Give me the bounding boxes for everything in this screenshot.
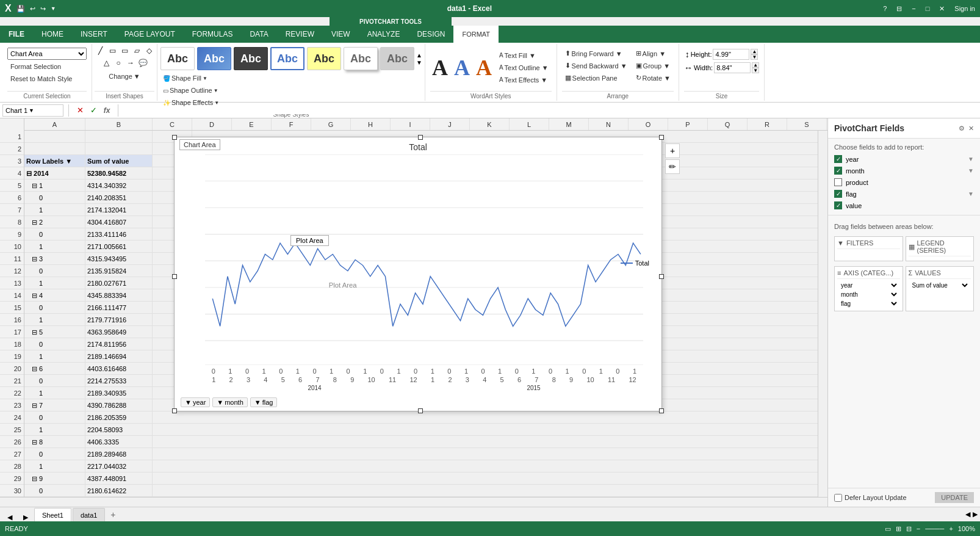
cell-B30[interactable]: 2180.614622	[85, 485, 153, 496]
abc-style-4[interactable]: Abc	[270, 47, 304, 70]
cell-B20[interactable]: 4403.616468	[85, 363, 153, 374]
axis-month-select[interactable]: month	[838, 291, 899, 299]
rownum-18[interactable]: 18	[0, 338, 24, 350]
cell-B27[interactable]: 2189.289468	[85, 448, 153, 460]
abc-style-1[interactable]: Abc	[160, 47, 195, 70]
abc-style-6[interactable]: Abc	[344, 47, 378, 70]
col-I[interactable]: I	[391, 118, 430, 130]
rownum-17[interactable]: 17	[0, 326, 24, 338]
cell-B9[interactable]: 2133.411146	[85, 228, 153, 240]
cell-B10[interactable]: 2171.005661	[85, 241, 153, 252]
cell-B25[interactable]: 2204.58093	[85, 424, 153, 435]
tab-data[interactable]: DATA	[241, 26, 276, 43]
rownum-1[interactable]: 1	[0, 131, 24, 143]
cell-B12[interactable]: 2135.915824	[85, 265, 153, 277]
axis-flag-select[interactable]: flag	[838, 300, 899, 308]
sheet-tab-data1[interactable]: data1	[73, 508, 106, 521]
cell-A15[interactable]: 0	[24, 302, 85, 313]
next-sheet-button[interactable]: ▶	[18, 513, 33, 521]
text-fill-button[interactable]: A Text Fill ▼	[496, 50, 552, 61]
col-M[interactable]: M	[549, 118, 589, 130]
view-pagebreak-icon[interactable]: ⊟	[906, 525, 912, 533]
rownum-3[interactable]: 3	[0, 155, 24, 167]
undo-icon[interactable]: ↩	[30, 5, 35, 13]
cell-B3[interactable]: Sum of value	[85, 155, 153, 167]
cell-A26[interactable]: ⊟ 8	[24, 436, 85, 447]
cell-A8[interactable]: ⊟ 2	[24, 216, 85, 228]
rownum-16[interactable]: 16	[0, 314, 24, 326]
field-checkbox-value[interactable]: ✓	[834, 201, 842, 209]
confirm-formula-button[interactable]: ✓	[87, 104, 99, 117]
rownum-19[interactable]: 19	[0, 350, 24, 363]
cell-B15[interactable]: 2166.111477	[85, 302, 153, 313]
field-checkbox-year[interactable]: ✓	[834, 155, 842, 163]
shape-outline-button[interactable]: ▭ Shape Outline ▼	[160, 85, 422, 96]
values-select[interactable]: Sum of value	[910, 281, 970, 289]
abc-style-2[interactable]: Abc	[197, 47, 231, 70]
rect-shape-icon[interactable]: ▭	[107, 45, 118, 56]
cell-A28[interactable]: 1	[24, 460, 85, 472]
abc-style-7[interactable]: Abc	[380, 47, 414, 70]
scroll-right-button[interactable]: ▶	[973, 510, 978, 518]
align-button[interactable]: ⊞ Align ▼	[633, 48, 674, 59]
col-F[interactable]: F	[272, 118, 311, 130]
tab-pagelayout[interactable]: PAGE LAYOUT	[116, 26, 184, 43]
cell-A20[interactable]: ⊟ 6	[24, 363, 85, 374]
col-J[interactable]: J	[430, 118, 470, 130]
rownum-6[interactable]: 6	[0, 192, 24, 204]
insert-function-button[interactable]: fx	[101, 104, 113, 117]
col-P[interactable]: P	[668, 118, 708, 130]
cell-A13[interactable]: 1	[24, 277, 85, 289]
cell-A22[interactable]: 1	[24, 387, 85, 399]
cell-B2[interactable]	[85, 143, 153, 154]
rownum-12[interactable]: 12	[0, 265, 24, 277]
redo-icon[interactable]: ↪	[40, 5, 46, 13]
cell-A19[interactable]: 1	[24, 350, 85, 362]
formula-input[interactable]	[123, 107, 978, 114]
cell-A23[interactable]: ⊟ 7	[24, 399, 85, 411]
col-Q[interactable]: Q	[708, 118, 748, 130]
cell-A21[interactable]: 0	[24, 375, 85, 386]
cell-A12[interactable]: 0	[24, 265, 85, 277]
text-effects-button[interactable]: A Text Effects ▼	[496, 74, 552, 85]
add-chart-element-button[interactable]: +	[665, 143, 680, 158]
col-E[interactable]: E	[232, 118, 272, 130]
col-L[interactable]: L	[510, 118, 549, 130]
rownum-29[interactable]: 29	[0, 473, 24, 485]
field-checkbox-product[interactable]	[834, 178, 842, 186]
rownum-24[interactable]: 24	[0, 411, 24, 424]
rotate-button[interactable]: ↻ Rotate ▼	[633, 72, 674, 84]
cell-B1[interactable]	[85, 131, 153, 142]
triangle-shape-icon[interactable]: △	[101, 57, 112, 68]
rownum-27[interactable]: 27	[0, 448, 24, 460]
prev-sheet-button[interactable]: ◀	[2, 513, 17, 521]
cancel-formula-button[interactable]: ✕	[74, 104, 86, 117]
group-button[interactable]: ▣ Group ▼	[633, 60, 674, 71]
cell-A17[interactable]: ⊟ 5	[24, 326, 85, 338]
rownum-11[interactable]: 11	[0, 253, 24, 265]
cell-A2[interactable]	[24, 143, 85, 154]
axis-year-select[interactable]: year	[838, 281, 899, 289]
cell-B7[interactable]: 2174.132041	[85, 204, 153, 215]
rownum-25[interactable]: 25	[0, 424, 24, 436]
col-G[interactable]: G	[311, 118, 351, 130]
tab-formulas[interactable]: FORMULAS	[184, 26, 242, 43]
cell-B28[interactable]: 2217.044032	[85, 460, 153, 472]
tab-insert[interactable]: INSERT	[72, 26, 116, 43]
height-input[interactable]	[713, 49, 749, 60]
send-backward-button[interactable]: ⬇ Send Backward ▼	[562, 60, 630, 71]
rownum-20[interactable]: 20	[0, 363, 24, 375]
rownum-8[interactable]: 8	[0, 216, 24, 228]
current-selection-dropdown[interactable]: Chart Area	[7, 48, 87, 60]
cell-B18[interactable]: 2174.811956	[85, 338, 153, 350]
col-S[interactable]: S	[787, 118, 827, 130]
col-C[interactable]: C	[153, 118, 192, 130]
rect2-shape-icon[interactable]: ▭	[119, 45, 130, 56]
cell-B16[interactable]: 2179.771916	[85, 314, 153, 325]
rownum-7[interactable]: 7	[0, 204, 24, 216]
cell-B14[interactable]: 4345.883394	[85, 289, 153, 301]
cell-A10[interactable]: 1	[24, 241, 85, 252]
field-filter-month[interactable]: ▼	[968, 167, 974, 174]
styles-down-arrow[interactable]: ▼	[416, 59, 422, 66]
cell-A18[interactable]: 0	[24, 338, 85, 350]
